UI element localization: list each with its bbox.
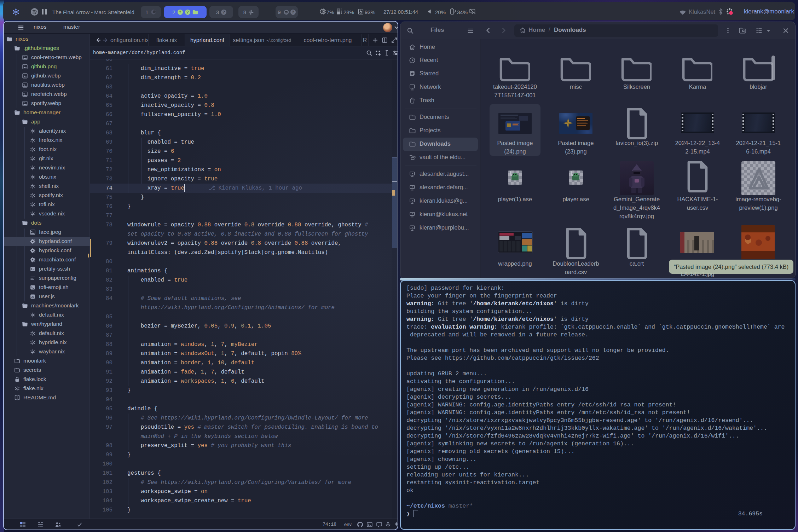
svg-text:JS: JS	[31, 296, 34, 298]
